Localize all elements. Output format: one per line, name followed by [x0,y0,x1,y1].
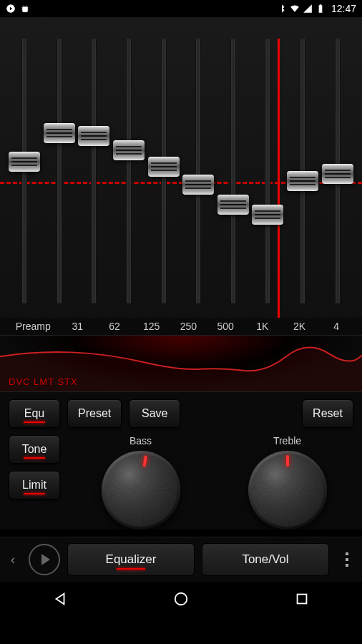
play-status-icon [6,4,16,14]
frequency-labels: Preamp31621252505001K2K4 [0,318,362,335]
bluetooth-icon [277,4,287,14]
bass-knob[interactable] [102,451,180,530]
save-button[interactable]: Save [129,399,180,428]
signal-icon [303,4,313,14]
equ-button[interactable]: Equ [9,399,60,428]
controls-section: Equ Preset Save Reset Tone Limit Bass Tr… [0,392,362,530]
tab-equalizer[interactable]: Equalizer [67,543,195,576]
eq-slider-1[interactable] [42,39,77,303]
back-chevron-icon[interactable]: ‹ [4,552,21,567]
freq-label: 125 [133,321,170,332]
svg-rect-2 [297,595,306,604]
eq-slider-7[interactable] [250,39,285,303]
reset-button[interactable]: Reset [302,399,353,428]
eq-slider-6[interactable] [216,39,251,303]
freq-label: 500 [207,321,244,332]
freq-label: 1K [244,321,281,332]
play-icon [41,554,50,565]
eq-slider-thumb[interactable] [287,171,318,191]
treble-knob[interactable] [248,451,327,530]
treble-label: Treble [273,435,301,447]
eq-slider-4[interactable] [146,39,181,303]
eq-slider-5[interactable] [181,39,216,303]
response-curve: DVC LMT STX [0,335,362,392]
freq-label: 62 [96,321,133,332]
status-bar: 12:47 [0,0,362,17]
wifi-icon [290,4,300,14]
freq-label: 4 [318,321,355,332]
eq-slider-8[interactable] [285,39,321,303]
eq-slider-thumb[interactable] [148,157,180,177]
freq-label: 250 [170,321,207,332]
bass-label: Bass [129,435,152,447]
overflow-menu-icon[interactable] [336,552,358,567]
android-debug-icon [20,4,30,14]
eq-slider-3[interactable] [112,39,147,303]
tab-tonevol[interactable]: Tone/Vol [202,543,329,576]
eq-slider-thumb[interactable] [9,152,40,172]
eq-slider-thumb[interactable] [182,175,214,195]
freq-label: 2K [281,321,318,332]
tone-button[interactable]: Tone [9,435,60,464]
android-back-icon[interactable] [52,591,68,607]
eq-slider-thumb[interactable] [44,123,75,143]
battery-icon [315,4,326,14]
android-home-icon[interactable] [173,591,189,607]
eq-slider-thumb[interactable] [322,164,353,184]
limit-button[interactable]: Limit [9,471,60,499]
eq-slider-thumb[interactable] [217,195,249,215]
bottom-nav: ‹ Equalizer Tone/Vol [0,537,362,582]
freq-label: Preamp [7,321,59,332]
dsp-status-text: DVC LMT STX [9,376,78,387]
eq-slider-9[interactable] [320,39,355,303]
eq-slider-thumb[interactable] [113,140,145,160]
eq-slider-2[interactable] [77,39,112,303]
android-navbar [0,582,362,616]
status-time: 12:47 [331,3,356,14]
svg-point-1 [175,593,187,605]
play-button[interactable] [29,544,60,575]
eq-slider-thumb[interactable] [252,205,283,225]
eq-slider-0[interactable] [7,39,42,303]
preset-button[interactable]: Preset [67,399,122,428]
android-recents-icon[interactable] [294,591,310,607]
eq-slider-thumb[interactable] [78,126,109,146]
freq-label: 31 [59,321,96,332]
equalizer-panel [0,17,362,318]
